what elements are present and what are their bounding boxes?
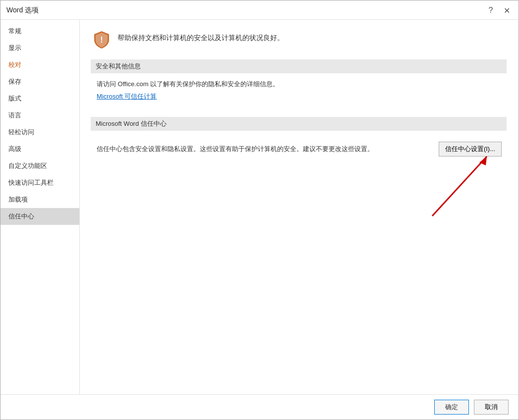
help-button[interactable]: ? bbox=[485, 4, 497, 16]
svg-text:!: ! bbox=[100, 36, 103, 44]
trusted-computing-link[interactable]: Microsoft 可信任计算 bbox=[97, 92, 157, 102]
title-bar: Word 选项 ? ✕ bbox=[0, 0, 519, 20]
title-controls: ? ✕ bbox=[485, 4, 513, 16]
sidebar-item-language[interactable]: 语言 bbox=[0, 107, 79, 124]
section2-header: Microsoft Word 信任中心 bbox=[91, 117, 507, 131]
section1-header: 安全和其他信息 bbox=[91, 59, 507, 73]
sidebar-item-quick-access[interactable]: 快速访问工具栏 bbox=[0, 174, 79, 191]
sidebar-item-customize-ribbon[interactable]: 自定义功能区 bbox=[0, 158, 79, 174]
cancel-button[interactable]: 取消 bbox=[474, 400, 509, 415]
arrow-annotation bbox=[92, 166, 507, 256]
dialog-title: Word 选项 bbox=[6, 6, 39, 15]
sidebar-item-display[interactable]: 显示 bbox=[0, 40, 79, 56]
section1-content: 请访问 Office.com 以了解有关保护你的隐私和安全的详细信息。 Micr… bbox=[92, 79, 507, 112]
annotation-arrow-icon bbox=[403, 147, 502, 226]
sidebar-item-trust-center[interactable]: 信任中心 bbox=[0, 208, 79, 225]
content-area: ! 帮助保持文档和计算机的安全以及计算机的状况良好。 安全和其他信息 请访问 O… bbox=[80, 20, 519, 394]
trust-center-description: 信任中心包含安全设置和隐私设置。这些设置有助于保护计算机的安全。建议不要更改这些… bbox=[97, 145, 431, 154]
sidebar-item-style[interactable]: 版式 bbox=[0, 90, 79, 107]
trust-center-section: Microsoft Word 信任中心 信任中心包含安全设置和隐私设置。这些设置… bbox=[92, 117, 507, 256]
sidebar-item-save[interactable]: 保存 bbox=[0, 73, 79, 90]
header-description: 帮助保持文档和计算机的安全以及计算机的状况良好。 bbox=[117, 30, 284, 43]
sidebar-item-addins[interactable]: 加载项 bbox=[0, 191, 79, 208]
sidebar-item-advanced[interactable]: 高级 bbox=[0, 141, 79, 158]
header-section: ! 帮助保持文档和计算机的安全以及计算机的状况良好。 bbox=[92, 30, 507, 50]
sidebar: 常规显示校对保存版式语言轻松访问高级自定义功能区快速访问工具栏加载项信任中心 bbox=[0, 20, 80, 394]
word-options-dialog: Word 选项 ? ✕ 常规显示校对保存版式语言轻松访问高级自定义功能区快速访问… bbox=[0, 0, 519, 420]
footer: 确定 取消 bbox=[0, 394, 519, 420]
sidebar-item-general[interactable]: 常规 bbox=[0, 23, 79, 40]
shield-icon: ! bbox=[92, 30, 112, 50]
svg-line-1 bbox=[432, 157, 487, 216]
sidebar-item-accessibility[interactable]: 轻松访问 bbox=[0, 124, 79, 141]
ok-button[interactable]: 确定 bbox=[434, 400, 469, 415]
sidebar-item-proofing[interactable]: 校对 bbox=[0, 56, 79, 73]
close-button[interactable]: ✕ bbox=[501, 4, 513, 16]
dialog-body: 常规显示校对保存版式语言轻松访问高级自定义功能区快速访问工具栏加载项信任中心 !… bbox=[0, 20, 519, 394]
section1-text: 请访问 Office.com 以了解有关保护你的隐私和安全的详细信息。 bbox=[97, 79, 502, 90]
